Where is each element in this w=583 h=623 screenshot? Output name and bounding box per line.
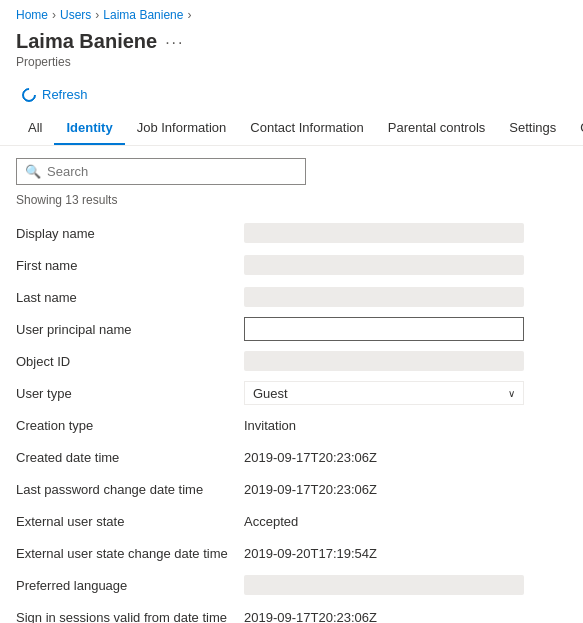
tab-contact-information[interactable]: Contact Information bbox=[238, 112, 375, 145]
prop-label: User type bbox=[16, 377, 236, 409]
refresh-label: Refresh bbox=[42, 87, 88, 102]
table-row: Object ID bbox=[16, 345, 567, 377]
refresh-button[interactable]: Refresh bbox=[16, 83, 94, 106]
select-value: Guest bbox=[253, 386, 288, 401]
value-text: Invitation bbox=[244, 416, 524, 435]
tab-on-premises[interactable]: On-premises bbox=[568, 112, 583, 145]
value-text: 2019-09-17T20:23:06Z bbox=[244, 608, 524, 624]
table-row: Preferred language bbox=[16, 569, 567, 601]
prop-value bbox=[236, 569, 567, 601]
content-area: 🔍 Showing 13 results Display nameFirst n… bbox=[0, 146, 583, 623]
value-text: 2019-09-17T20:23:06Z bbox=[244, 480, 524, 499]
page-title: Laima Baniene bbox=[16, 30, 157, 53]
tabs-container: All Identity Job Information Contact Inf… bbox=[0, 112, 583, 146]
breadcrumb-sep-2: › bbox=[95, 8, 99, 22]
search-container: 🔍 bbox=[16, 158, 306, 185]
table-row: Last password change date time2019-09-17… bbox=[16, 473, 567, 505]
table-row: Last name bbox=[16, 281, 567, 313]
prop-label: Last password change date time bbox=[16, 473, 236, 505]
table-row: External user state change date time2019… bbox=[16, 537, 567, 569]
prop-value: 2019-09-17T20:23:06Z bbox=[236, 441, 567, 473]
tab-parental-controls[interactable]: Parental controls bbox=[376, 112, 498, 145]
prop-value bbox=[236, 345, 567, 377]
tab-identity[interactable]: Identity bbox=[54, 112, 124, 145]
prop-label: Last name bbox=[16, 281, 236, 313]
prop-value bbox=[236, 249, 567, 281]
table-row: Creation typeInvitation bbox=[16, 409, 567, 441]
prop-value: 2019-09-17T20:23:06Z bbox=[236, 473, 567, 505]
chevron-down-icon: ∨ bbox=[508, 388, 515, 399]
refresh-icon bbox=[19, 85, 39, 105]
more-options-button[interactable]: ··· bbox=[165, 34, 184, 52]
prop-label: Sign in sessions valid from date time bbox=[16, 601, 236, 623]
table-row: Display name bbox=[16, 217, 567, 249]
breadcrumb: Home › Users › Laima Baniene › bbox=[0, 0, 583, 26]
prop-label: User principal name bbox=[16, 313, 236, 345]
value-bar bbox=[244, 351, 524, 371]
prop-label: Creation type bbox=[16, 409, 236, 441]
breadcrumb-user[interactable]: Laima Baniene bbox=[103, 8, 183, 22]
prop-value: 2019-09-17T20:23:06Z bbox=[236, 601, 567, 623]
value-bar bbox=[244, 575, 524, 595]
tab-settings[interactable]: Settings bbox=[497, 112, 568, 145]
table-row: First name bbox=[16, 249, 567, 281]
toolbar: Refresh bbox=[0, 77, 583, 112]
value-bar bbox=[244, 287, 524, 307]
properties-table: Display nameFirst nameLast nameUser prin… bbox=[16, 217, 567, 623]
prop-value[interactable] bbox=[236, 313, 567, 345]
prop-value[interactable]: Guest∨ bbox=[236, 377, 567, 409]
page-header: Laima Baniene ··· Properties bbox=[0, 26, 583, 77]
prop-label: Created date time bbox=[16, 441, 236, 473]
breadcrumb-home[interactable]: Home bbox=[16, 8, 48, 22]
prop-label: External user state bbox=[16, 505, 236, 537]
table-row: External user stateAccepted bbox=[16, 505, 567, 537]
prop-value: Invitation bbox=[236, 409, 567, 441]
table-row: Created date time2019-09-17T20:23:06Z bbox=[16, 441, 567, 473]
value-bar bbox=[244, 255, 524, 275]
table-row: User typeGuest∨ bbox=[16, 377, 567, 409]
table-row: User principal name bbox=[16, 313, 567, 345]
prop-value: Accepted bbox=[236, 505, 567, 537]
breadcrumb-users[interactable]: Users bbox=[60, 8, 91, 22]
value-bar bbox=[244, 223, 524, 243]
prop-label: First name bbox=[16, 249, 236, 281]
search-input[interactable] bbox=[47, 164, 297, 179]
value-text: Accepted bbox=[244, 512, 524, 531]
prop-label: Object ID bbox=[16, 345, 236, 377]
page-subtitle: Properties bbox=[16, 55, 567, 69]
value-text: 2019-09-17T20:23:06Z bbox=[244, 448, 524, 467]
table-row: Sign in sessions valid from date time201… bbox=[16, 601, 567, 623]
tab-job-information[interactable]: Job Information bbox=[125, 112, 239, 145]
prop-value: 2019-09-20T17:19:54Z bbox=[236, 537, 567, 569]
breadcrumb-sep-3: › bbox=[187, 8, 191, 22]
prop-label: Display name bbox=[16, 217, 236, 249]
breadcrumb-sep-1: › bbox=[52, 8, 56, 22]
prop-value bbox=[236, 217, 567, 249]
tab-all[interactable]: All bbox=[16, 112, 54, 145]
prop-label: External user state change date time bbox=[16, 537, 236, 569]
search-icon: 🔍 bbox=[25, 164, 41, 179]
value-select[interactable]: Guest∨ bbox=[244, 381, 524, 405]
prop-label: Preferred language bbox=[16, 569, 236, 601]
value-input[interactable] bbox=[244, 317, 524, 341]
result-count: Showing 13 results bbox=[16, 193, 567, 207]
value-text: 2019-09-20T17:19:54Z bbox=[244, 544, 524, 563]
prop-value bbox=[236, 281, 567, 313]
